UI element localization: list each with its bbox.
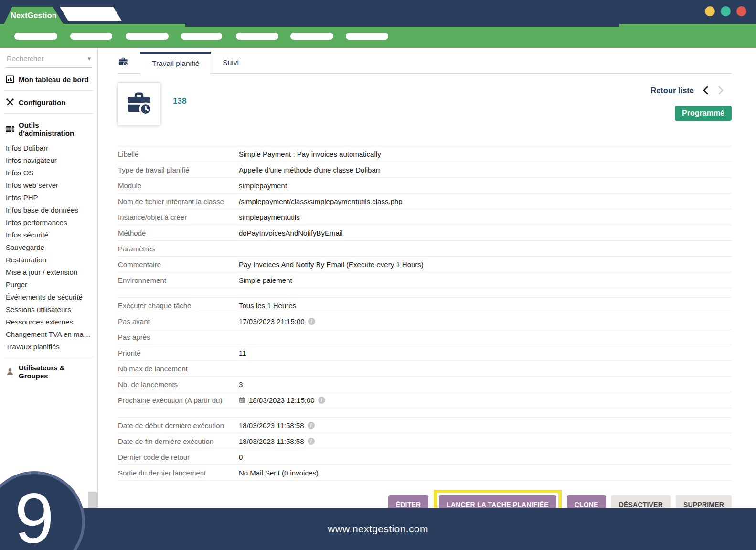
search-input[interactable]	[6, 54, 85, 63]
field-label: Date de début dernière exécution	[118, 421, 239, 430]
sidebar-item-admin-tools[interactable]: Outils d'administration	[0, 114, 97, 141]
sidebar-item-label: Outils d'administration	[19, 121, 92, 137]
field-value: Appelle d'une méthode d'une classe Dolib…	[239, 166, 381, 174]
sidebar-link[interactable]: Restauration	[6, 254, 94, 266]
table-row: Module simplepayment	[118, 178, 732, 194]
sidebar-link[interactable]: Travaux planifiés	[6, 341, 94, 353]
sidebar-link[interactable]: Sauvegarde	[6, 241, 94, 254]
page-footer: www.nextgestion.com	[0, 508, 756, 550]
field-label: Dernier code de retour	[118, 453, 239, 461]
sidebar-item-users-groups[interactable]: Utilisateurs & Groupes	[0, 356, 97, 387]
scheduled-job-icon-button[interactable]	[118, 52, 140, 73]
table-row: Instance/objet à créer simplepaymentutil…	[118, 209, 732, 225]
table-row: Nb max de lancement	[118, 361, 732, 377]
main-menubar	[0, 24, 756, 48]
sidebar-link[interactable]: Infos web server	[6, 179, 94, 192]
table-row: Pas après	[118, 329, 732, 345]
table-row: Priorité 11	[118, 345, 732, 361]
table-row: Environnement Simple paiement	[118, 272, 732, 288]
sidebar-link[interactable]: Infos OS	[6, 167, 94, 179]
field-label: Type de travail planifié	[118, 166, 239, 174]
field-value-text: No Mail Sent (0 invoices)	[239, 469, 319, 477]
menu-pill[interactable]	[126, 33, 169, 40]
table-row: Méthode doPayInvoicesAndNotifyByEmail	[118, 225, 732, 241]
menu-pill[interactable]	[346, 33, 388, 40]
sidebar-link[interactable]: Ressources externes	[6, 316, 94, 328]
field-label: Date de fin dernière exécution	[118, 437, 239, 445]
table-row: Type de travail planifié Appelle d'une m…	[118, 162, 732, 178]
next-record-icon[interactable]	[717, 86, 725, 95]
logo-accent-shape	[60, 7, 121, 21]
field-value-text: 11	[239, 349, 246, 357]
field-label: Nom de fichier intégrant la classe	[118, 197, 239, 205]
field-label: Nb max de lancement	[118, 365, 239, 373]
info-icon[interactable]: i	[308, 318, 315, 325]
table-row: Nom de fichier intégrant la classe /simp…	[118, 194, 732, 209]
field-label: Nb. de lancements	[118, 380, 239, 388]
field-label: Exécuter chaque tâche	[118, 302, 239, 310]
field-label: Libellé	[118, 150, 239, 158]
field-value: 3	[239, 380, 243, 388]
sidebar-item-dashboard[interactable]: Mon tableau de bord	[0, 68, 97, 90]
tab-travail-planifie[interactable]: Travail planifié	[140, 52, 211, 74]
table-row: Exécuter chaque tâche Tous les 1 Heures	[118, 298, 732, 313]
menu-pill[interactable]	[181, 33, 222, 40]
menu-pill[interactable]	[70, 33, 112, 40]
sidebar-link[interactable]: Sessions utilisateurs	[6, 303, 94, 316]
field-value-text: simplepaymentutils	[239, 213, 300, 221]
field-value-text: doPayInvoicesAndNotifyByEmail	[239, 229, 343, 237]
field-label: Sortie du dernier lancement	[118, 469, 239, 477]
main-content: Travail planifié Suivi 138 Retour liste	[98, 48, 756, 508]
table-row: Paramètres	[118, 241, 732, 257]
tab-suivi[interactable]: Suivi	[211, 52, 250, 73]
field-value-text: Appelle d'une méthode d'une classe Dolib…	[239, 166, 381, 174]
field-value: 17/03/2023 21:15:00 i	[239, 317, 315, 325]
brand-name: NextGestion	[11, 11, 56, 20]
step-number: 9	[15, 483, 54, 550]
sidebar-link[interactable]: Mise à jour / extension	[6, 266, 94, 279]
field-value-text: Pay Invoices And Notify By Email (Execut…	[239, 260, 424, 269]
header-substrip	[185, 24, 619, 27]
fields-group-schedule: Exécuter chaque tâche Tous les 1 Heures …	[118, 297, 732, 408]
window-dot-yellow	[705, 6, 715, 16]
fields-group-last-run: Date de début dernière exécution 18/03/2…	[118, 417, 732, 481]
fields-group-general: Libellé Simple Payment : Pay invoices au…	[118, 146, 732, 288]
field-value: 18/03/2023 12:15:00 i	[239, 396, 325, 404]
table-row: Commentaire Pay Invoices And Notify By E…	[118, 257, 732, 272]
status-badge: Programmé	[675, 106, 732, 121]
sidebar-link[interactable]: Infos sécurité	[6, 229, 94, 241]
sidebar-link[interactable]: Infos navigateur	[6, 154, 94, 167]
tab-bar: Travail planifié Suivi	[118, 52, 732, 74]
field-label: Méthode	[118, 229, 239, 237]
sidebar-link[interactable]: Événements de sécurité	[6, 291, 94, 303]
back-to-list-link[interactable]: Retour liste	[650, 86, 694, 95]
info-icon[interactable]: i	[318, 397, 325, 404]
sidebar-item-configuration[interactable]: Configuration	[0, 91, 97, 113]
briefcase-clock-icon	[118, 56, 128, 69]
field-value: No Mail Sent (0 invoices)	[239, 469, 319, 477]
window-dots	[705, 6, 746, 16]
left-sidebar: ▾ Mon tableau de bord Configu	[0, 48, 98, 508]
info-icon[interactable]: i	[308, 438, 315, 445]
sidebar-link[interactable]: Infos Dolibarr	[6, 142, 94, 154]
sidebar-link[interactable]: Infos PHP	[6, 192, 94, 204]
menu-pill[interactable]	[14, 33, 57, 40]
field-value-text: 18/03/2023 12:15:00	[249, 396, 315, 404]
sidebar-link[interactable]: Purger	[6, 279, 94, 291]
tools-icon	[6, 98, 14, 107]
chevron-down-icon[interactable]: ▾	[87, 55, 91, 62]
field-label: Module	[118, 182, 239, 190]
field-label: Instance/objet à créer	[118, 213, 239, 221]
menu-pill[interactable]	[290, 33, 333, 40]
bar-chart-icon	[6, 75, 14, 84]
field-value: Simple Payment : Pay invoices automatica…	[239, 150, 381, 158]
sidebar-link[interactable]: Changement TVA en mas…	[6, 328, 94, 341]
sidebar-link[interactable]: Infos performances	[6, 216, 94, 229]
sidebar-link[interactable]: Infos base de données	[6, 204, 94, 216]
info-icon[interactable]: i	[308, 422, 315, 429]
record-ref: 138	[173, 97, 186, 106]
previous-record-icon[interactable]	[702, 86, 709, 95]
list-icon	[6, 125, 14, 133]
menu-pill[interactable]	[236, 33, 278, 40]
field-value-text: Tous les 1 Heures	[239, 302, 296, 310]
